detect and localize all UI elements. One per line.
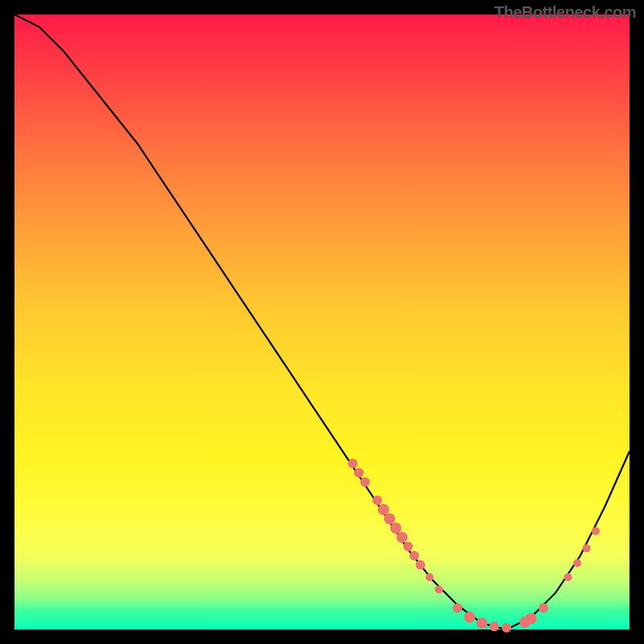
data-marker xyxy=(489,621,499,631)
data-marker xyxy=(526,613,537,624)
data-marker xyxy=(373,496,382,506)
data-marker xyxy=(354,468,364,477)
data-marker xyxy=(435,585,443,593)
bottleneck-curve xyxy=(14,14,630,630)
watermark-text: TheBottleneck.com xyxy=(494,3,636,22)
data-marker xyxy=(396,531,407,543)
data-marker xyxy=(464,612,475,623)
plot-area xyxy=(14,14,630,630)
data-marker xyxy=(573,559,581,567)
data-marker xyxy=(452,603,462,613)
data-marker xyxy=(564,573,572,581)
data-marker xyxy=(403,542,413,551)
data-marker xyxy=(539,603,548,613)
data-marker xyxy=(415,560,425,570)
data-marker xyxy=(384,513,395,524)
data-marker xyxy=(360,477,369,487)
data-marker xyxy=(583,544,591,552)
data-marker xyxy=(502,623,511,633)
data-marker xyxy=(426,573,434,581)
data-marker xyxy=(390,522,402,534)
data-markers-group xyxy=(348,459,600,633)
data-marker xyxy=(410,551,419,560)
chart-svg xyxy=(14,14,630,630)
data-marker xyxy=(378,504,389,515)
data-marker xyxy=(477,617,488,629)
data-marker xyxy=(592,527,600,535)
data-marker xyxy=(348,459,357,469)
